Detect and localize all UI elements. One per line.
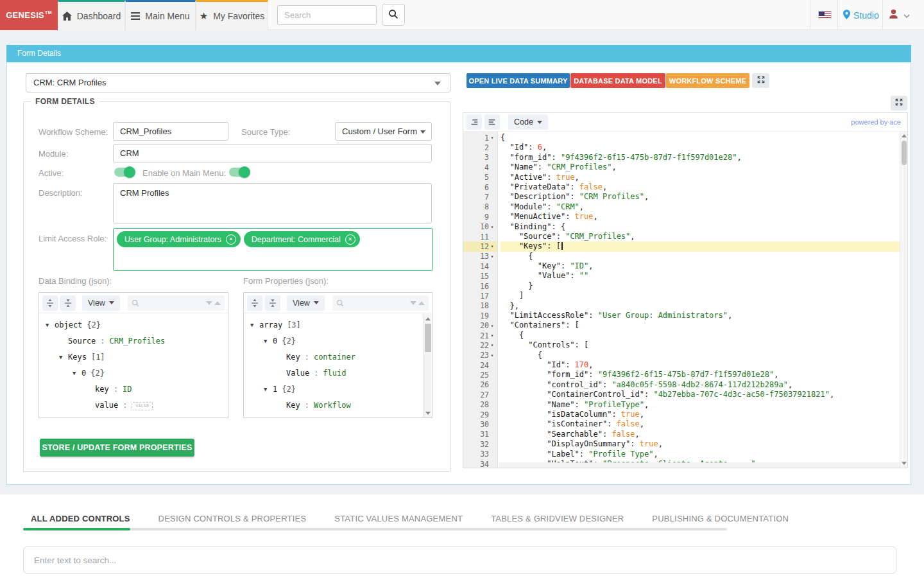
scrollbar-thumb[interactable]	[425, 324, 431, 352]
workflow-scheme-input[interactable]	[113, 122, 228, 141]
tree-key[interactable]: 0	[81, 369, 86, 378]
next-match-icon[interactable]	[206, 301, 212, 305]
editor-code-lines[interactable]: { "Id": 6, "form_id": "9f4396f2-6f15-475…	[498, 132, 907, 468]
tab-tables-gridview-designer[interactable]: TABLES & GRIDVIEW DESIGNER	[491, 514, 624, 523]
tree-value[interactable]: Workflow	[314, 401, 351, 410]
form-selector-dropdown[interactable]: CRM: CRM Profiles	[26, 73, 450, 92]
language-flag-icon[interactable]	[818, 11, 832, 19]
collapse-toggle-icon[interactable]: ▼	[264, 381, 273, 398]
store-update-button[interactable]: STORE / UPDATE FORM PROPERTIES	[40, 439, 194, 457]
search-nav-arrows[interactable]	[206, 301, 221, 305]
fold-marker-icon[interactable]: ▾	[489, 254, 495, 259]
editor-hscrollbar[interactable]	[499, 462, 900, 468]
next-match-icon[interactable]	[410, 301, 416, 305]
tree-key[interactable]: Source	[68, 337, 96, 346]
tree-key[interactable]: Value	[286, 417, 309, 417]
prev-match-icon[interactable]	[214, 301, 221, 305]
tree-scrollbar[interactable]	[423, 314, 432, 417]
compact-json-button[interactable]	[484, 114, 500, 130]
collapse-toggle-icon[interactable]: ▼	[73, 365, 81, 381]
fold-marker-icon[interactable]: ▾	[489, 224, 495, 230]
user-menu[interactable]	[888, 0, 910, 30]
tree-value[interactable]: CRM_Profiles	[110, 337, 166, 346]
tab-my-favorites[interactable]: ★ My Favorites	[196, 0, 268, 30]
tree-search-box[interactable]	[128, 295, 225, 311]
fold-marker-icon[interactable]: ▾	[489, 342, 495, 348]
collapse-toggle-icon[interactable]: ▼	[59, 349, 68, 365]
editor-scrollbar[interactable]	[900, 132, 907, 468]
fold-marker-icon[interactable]: ▾	[489, 243, 495, 249]
tree-meta: {2}	[87, 320, 101, 329]
module-input[interactable]	[113, 144, 432, 162]
tree-key[interactable]: Keys	[68, 353, 87, 362]
tree-search-box[interactable]	[332, 295, 429, 311]
fold-marker-icon[interactable]: ▾	[489, 323, 495, 329]
editor-mode-select[interactable]: Code	[508, 114, 548, 130]
tree-key[interactable]: value	[95, 401, 118, 410]
collapse-toggle-icon[interactable]: ▼	[264, 333, 273, 349]
tab-all-added-controls[interactable]: ALL ADDED CONTROLS	[31, 514, 130, 523]
powered-by-ace-link[interactable]: powered by ace	[851, 118, 904, 126]
nav-search-button[interactable]	[382, 4, 405, 26]
fold-marker-icon[interactable]: ▾	[489, 135, 495, 141]
tree-key[interactable]: key	[95, 385, 109, 394]
tree-key[interactable]: Key	[286, 353, 300, 362]
tab-main-menu[interactable]: Main Menu	[125, 0, 196, 30]
tree-rows[interactable]: ▼array[3]▼0{2}Key:containerValue:fluid▼1…	[244, 313, 432, 417]
tree-key[interactable]: 1	[273, 385, 277, 394]
tab-dashboard[interactable]: Dashboard	[58, 0, 125, 30]
limit-access-tags[interactable]: User Group: Administrators✕Department: C…	[113, 228, 433, 271]
description-textarea[interactable]: CRM Profiles	[113, 183, 432, 223]
view-menu-button[interactable]: View	[82, 295, 120, 311]
scroll-down-icon[interactable]	[424, 408, 432, 417]
expand-all-button[interactable]	[247, 295, 262, 311]
tree-key[interactable]: Value	[286, 369, 309, 378]
collapse-all-button[interactable]	[265, 295, 280, 311]
tree-rows[interactable]: ▼object{2}Source:CRM_Profiles▼Keys[1]▼0{…	[39, 313, 228, 417]
line-number: 18	[463, 301, 489, 310]
editor-body[interactable]: 1▾2345678910▾1112▾13▾14151617181920▾21▾2…	[463, 132, 907, 468]
tree-value[interactable]: fluid	[323, 369, 346, 378]
fold-marker-icon[interactable]: ▾	[489, 333, 495, 338]
tree-key[interactable]: array	[259, 320, 282, 329]
fold-marker-icon[interactable]: ▾	[489, 353, 495, 358]
remove-tag-icon[interactable]: ✕	[226, 234, 236, 245]
code-line: "control_id": "a840c05f-5598-4db2-8674-1…	[501, 380, 907, 390]
collapse-toggle-icon[interactable]: ▼	[46, 317, 55, 333]
empty-value-field[interactable]: VALUE	[132, 402, 153, 410]
fieldset-legend: FORM DETAILS	[31, 97, 99, 106]
expand-panel-button[interactable]	[752, 73, 769, 88]
tree-value[interactable]: ID	[123, 385, 132, 394]
scroll-down-icon[interactable]	[900, 459, 907, 468]
workflow-scheme-button[interactable]: WORKFLOW SCHEME	[666, 73, 749, 88]
open-live-data-summary-button[interactable]: OPEN LIVE DATA SUMMARY	[466, 73, 570, 88]
expand-editor-button[interactable]	[891, 96, 907, 110]
tab-publishing-documentation[interactable]: PUBLISHING & DOCUMENTATION	[652, 514, 789, 523]
expand-all-button[interactable]	[42, 295, 58, 311]
tree-key[interactable]: Key	[286, 401, 300, 410]
view-menu-button[interactable]: View	[287, 295, 325, 311]
brand-logo[interactable]: GENESISTM	[0, 0, 58, 30]
nav-search-input[interactable]	[277, 5, 377, 25]
active-toggle[interactable]	[114, 168, 133, 177]
tree-key[interactable]: object	[55, 320, 82, 329]
collapse-toggle-icon[interactable]: ▼	[250, 317, 259, 333]
database-data-model-button[interactable]: DATABASE DATA MODEL	[570, 73, 665, 88]
tree-key[interactable]: 0	[273, 337, 277, 346]
collapse-all-button[interactable]	[60, 295, 76, 311]
scroll-up-icon[interactable]	[424, 314, 432, 323]
studio-menu[interactable]: Studio	[843, 0, 879, 30]
tab-static-values-management[interactable]: STATIC VALUES MANAGEMENT	[334, 514, 463, 523]
source-type-select[interactable]: Custom / User Form	[335, 122, 432, 141]
search-nav-arrows[interactable]	[410, 301, 425, 305]
scrollbar-thumb[interactable]	[902, 141, 907, 165]
tab-design-controls-properties[interactable]: DESIGN CONTROLS & PROPERTIES	[158, 514, 307, 523]
format-json-button[interactable]	[466, 114, 482, 130]
tree-value[interactable]: false	[323, 417, 346, 417]
remove-tag-icon[interactable]: ✕	[345, 234, 355, 245]
enable-main-menu-toggle[interactable]	[229, 168, 248, 177]
tree-value[interactable]: container	[314, 353, 355, 362]
controls-search-input[interactable]	[23, 547, 896, 574]
prev-match-icon[interactable]	[418, 301, 425, 305]
scroll-up-icon[interactable]	[900, 132, 907, 140]
